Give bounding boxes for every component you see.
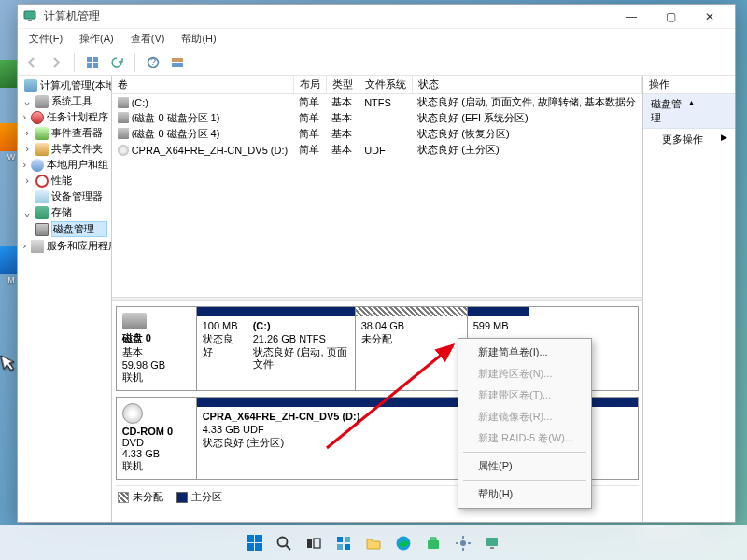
expand-icon[interactable]: › bbox=[21, 159, 28, 171]
partition-status: 状态良好 (启动, 页面文件 bbox=[253, 346, 347, 371]
svg-line-12 bbox=[287, 545, 291, 550]
collapse-icon[interactable]: ⌄ bbox=[21, 206, 33, 218]
ctx-properties[interactable]: 属性(P) bbox=[461, 455, 588, 477]
volume-fs bbox=[359, 126, 412, 142]
ctx-help[interactable]: 帮助(H) bbox=[461, 483, 588, 505]
close-button[interactable]: ✕ bbox=[690, 5, 729, 29]
taskview-button[interactable] bbox=[303, 532, 325, 554]
legend-label: 未分配 bbox=[133, 490, 163, 504]
separator bbox=[463, 452, 586, 453]
actions-pane: 操作 磁盘管理▴ 更多操作▶ bbox=[643, 76, 735, 522]
computer-icon bbox=[24, 79, 37, 92]
titlebar[interactable]: 计算机管理 — ▢ ✕ bbox=[18, 5, 735, 29]
tools-icon bbox=[35, 95, 49, 108]
tree-root[interactable]: 计算机管理(本地) bbox=[20, 77, 109, 93]
store-button[interactable] bbox=[422, 532, 444, 554]
legend-label: 主分区 bbox=[191, 490, 222, 504]
explorer-button[interactable] bbox=[362, 532, 385, 554]
tree-services[interactable]: ›服务和应用程序 bbox=[20, 238, 109, 254]
volume-row[interactable]: (磁盘 0 磁盘分区 4)简单基本状态良好 (恢复分区) bbox=[112, 126, 642, 142]
partition-size: 21.26 GB NTFS bbox=[253, 333, 326, 344]
minimize-button[interactable]: — bbox=[612, 5, 651, 29]
volume-row[interactable]: (磁盘 0 磁盘分区 1)简单基本状态良好 (EFI 系统分区) bbox=[112, 110, 642, 126]
nav-tree: 计算机管理(本地) ⌄系统工具 ›任务计划程序 ›事件查看器 ›共享文件夹 ›本… bbox=[18, 76, 112, 522]
expand-icon[interactable]: › bbox=[21, 127, 33, 139]
col-status[interactable]: 状态 bbox=[412, 76, 641, 94]
app-taskbar-icon[interactable] bbox=[482, 532, 504, 554]
partition-status: 状态良好 bbox=[203, 333, 233, 357]
svg-rect-5 bbox=[93, 63, 98, 68]
tree-system-tools[interactable]: ⌄系统工具 bbox=[20, 93, 109, 109]
expand-icon[interactable]: › bbox=[21, 143, 33, 155]
volume-list[interactable]: 卷 布局 类型 文件系统 状态 (C:)简单基本NTFS状态良好 (启动, 页面… bbox=[112, 76, 642, 297]
ctx-new-simple-volume[interactable]: 新建简单卷(I)... bbox=[461, 342, 588, 363]
legend-swatch-primary bbox=[176, 492, 188, 503]
disk-header[interactable]: 磁盘 0 基本 59.98 GB 联机 bbox=[117, 307, 197, 390]
actions-section[interactable]: 磁盘管理▴ bbox=[643, 94, 735, 129]
disk-icon bbox=[35, 223, 49, 236]
disc-icon bbox=[118, 145, 129, 156]
start-button[interactable] bbox=[243, 532, 265, 554]
volume-status: 状态良好 (恢复分区) bbox=[412, 126, 641, 142]
tree-disk-management[interactable]: 磁盘管理 bbox=[20, 220, 109, 238]
svg-rect-4 bbox=[87, 63, 92, 68]
settings-icon[interactable] bbox=[452, 532, 474, 554]
volume-row[interactable]: CPRA_X64FRE_ZH-CN_DV5 (D:)简单基本UDF状态良好 (主… bbox=[112, 142, 642, 158]
col-type[interactable]: 类型 bbox=[326, 76, 359, 94]
volume-type: 基本 bbox=[326, 110, 359, 126]
volume-name: CPRA_X64FRE_ZH-CN_DV5 (D:) bbox=[132, 145, 288, 156]
tree-local-users[interactable]: ›本地用户和组 bbox=[20, 157, 109, 173]
col-volume[interactable]: 卷 bbox=[112, 76, 293, 94]
svg-point-22 bbox=[460, 540, 466, 546]
help-button[interactable]: ? bbox=[143, 52, 163, 73]
expand-icon[interactable]: › bbox=[21, 111, 28, 123]
menu-file[interactable]: 文件(F) bbox=[21, 29, 70, 49]
app-icon bbox=[23, 9, 38, 24]
separator bbox=[74, 53, 75, 72]
col-layout[interactable]: 布局 bbox=[293, 76, 326, 94]
volume-status: 状态良好 (EFI 系统分区) bbox=[412, 110, 641, 126]
expand-icon[interactable]: › bbox=[21, 175, 33, 187]
svg-rect-21 bbox=[430, 538, 436, 540]
menu-action[interactable]: 操作(A) bbox=[72, 29, 121, 49]
node-label: 共享文件夹 bbox=[51, 142, 107, 156]
tree-device-manager[interactable]: 设备管理器 bbox=[20, 189, 109, 204]
actions-header: 操作 bbox=[643, 76, 735, 94]
more-actions-button[interactable]: 更多操作▶ bbox=[643, 129, 735, 150]
computer-management-window: 计算机管理 — ▢ ✕ 文件(F) 操作(A) 查看(V) 帮助(H) ? 计算… bbox=[17, 4, 736, 523]
node-label: 系统工具 bbox=[51, 94, 107, 108]
view-icons-button[interactable] bbox=[82, 52, 103, 73]
maximize-button[interactable]: ▢ bbox=[651, 5, 690, 29]
partition-cap bbox=[356, 307, 467, 316]
search-button[interactable] bbox=[273, 532, 295, 554]
partition[interactable]: 100 MB状态良好 bbox=[197, 307, 247, 390]
node-label: 存储 bbox=[51, 205, 107, 219]
volume-type: 基本 bbox=[326, 94, 359, 111]
menu-view[interactable]: 查看(V) bbox=[123, 29, 173, 49]
collapse-icon[interactable]: ⌄ bbox=[21, 95, 33, 107]
tree-task-scheduler[interactable]: ›任务计划程序 bbox=[20, 109, 109, 125]
ctx-new-raid5-volume: 新建 RAID-5 卷(W)... bbox=[461, 427, 588, 449]
partition[interactable]: (C:)21.26 GB NTFS状态良好 (启动, 页面文件 bbox=[247, 307, 356, 390]
settings-button[interactable] bbox=[167, 52, 188, 73]
disk-header[interactable]: CD-ROM 0 DVD 4.33 GB 联机 bbox=[117, 398, 197, 479]
tree-storage[interactable]: ⌄存储 bbox=[20, 204, 109, 220]
node-label: 计算机管理(本地) bbox=[40, 78, 112, 92]
disk-state: 联机 bbox=[122, 371, 143, 383]
widgets-button[interactable] bbox=[332, 532, 355, 554]
volume-fs: UDF bbox=[359, 142, 412, 158]
tree-performance[interactable]: ›性能 bbox=[20, 173, 109, 189]
back-button[interactable] bbox=[21, 52, 42, 73]
refresh-button[interactable] bbox=[106, 52, 127, 73]
tree-event-viewer[interactable]: ›事件查看器 bbox=[20, 125, 109, 141]
partition-unallocated[interactable]: 38.04 GB未分配 bbox=[356, 307, 468, 390]
edge-button[interactable] bbox=[392, 532, 415, 554]
menu-help[interactable]: 帮助(H) bbox=[174, 29, 223, 49]
volume-fs: NTFS bbox=[359, 94, 412, 111]
col-fs[interactable]: 文件系统 bbox=[359, 76, 412, 94]
expand-icon[interactable]: › bbox=[21, 240, 28, 252]
taskbar[interactable] bbox=[0, 525, 747, 560]
forward-button[interactable] bbox=[46, 52, 66, 73]
volume-row[interactable]: (C:)简单基本NTFS状态良好 (启动, 页面文件, 故障转储, 基本数据分 bbox=[112, 94, 642, 111]
tree-shared-folders[interactable]: ›共享文件夹 bbox=[20, 141, 109, 157]
